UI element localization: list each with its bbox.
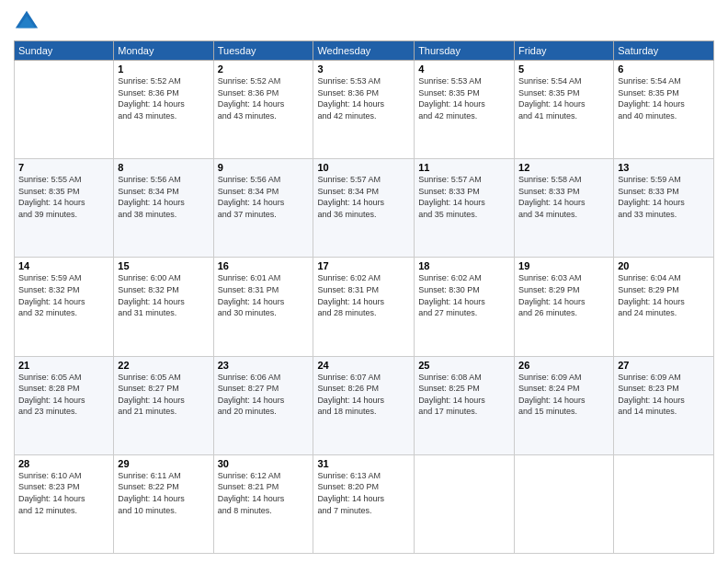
day-cell: 21Sunrise: 6:05 AM Sunset: 8:28 PM Dayli… bbox=[15, 356, 114, 454]
week-row-3: 21Sunrise: 6:05 AM Sunset: 8:28 PM Dayli… bbox=[15, 356, 714, 454]
day-cell: 10Sunrise: 5:57 AM Sunset: 8:34 PM Dayli… bbox=[313, 159, 415, 258]
day-number: 9 bbox=[218, 162, 310, 173]
day-number: 1 bbox=[118, 63, 209, 75]
day-info: Sunrise: 5:53 AM Sunset: 8:36 PM Dayligh… bbox=[317, 75, 410, 121]
day-cell: 6Sunrise: 5:54 AM Sunset: 8:35 PM Daylig… bbox=[614, 61, 714, 159]
day-info: Sunrise: 6:09 AM Sunset: 8:23 PM Dayligh… bbox=[618, 372, 710, 418]
day-number: 15 bbox=[118, 260, 209, 271]
day-cell: 15Sunrise: 6:00 AM Sunset: 8:32 PM Dayli… bbox=[114, 258, 213, 356]
day-number: 24 bbox=[317, 360, 410, 371]
week-row-2: 14Sunrise: 5:59 AM Sunset: 8:32 PM Dayli… bbox=[15, 258, 714, 356]
day-header-saturday: Saturday bbox=[614, 41, 714, 61]
day-number: 4 bbox=[418, 63, 510, 75]
day-cell: 28Sunrise: 6:10 AM Sunset: 8:23 PM Dayli… bbox=[15, 454, 114, 553]
week-row-0: 1Sunrise: 5:52 AM Sunset: 8:36 PM Daylig… bbox=[15, 61, 714, 159]
calendar-table: SundayMondayTuesdayWednesdayThursdayFrid… bbox=[14, 40, 714, 554]
day-cell: 25Sunrise: 6:08 AM Sunset: 8:25 PM Dayli… bbox=[415, 356, 515, 454]
day-cell: 19Sunrise: 6:03 AM Sunset: 8:29 PM Dayli… bbox=[515, 258, 614, 356]
day-number: 13 bbox=[618, 162, 710, 173]
day-number: 3 bbox=[317, 63, 410, 75]
day-number: 26 bbox=[518, 360, 609, 371]
day-cell: 14Sunrise: 5:59 AM Sunset: 8:32 PM Dayli… bbox=[15, 258, 114, 356]
day-number: 5 bbox=[518, 63, 609, 75]
day-cell: 20Sunrise: 6:04 AM Sunset: 8:29 PM Dayli… bbox=[614, 258, 714, 356]
day-cell: 30Sunrise: 6:12 AM Sunset: 8:21 PM Dayli… bbox=[213, 454, 313, 553]
day-info: Sunrise: 5:52 AM Sunset: 8:36 PM Dayligh… bbox=[218, 75, 310, 121]
week-row-4: 28Sunrise: 6:10 AM Sunset: 8:23 PM Dayli… bbox=[15, 454, 714, 553]
day-cell: 23Sunrise: 6:06 AM Sunset: 8:27 PM Dayli… bbox=[213, 356, 313, 454]
day-info: Sunrise: 6:06 AM Sunset: 8:27 PM Dayligh… bbox=[218, 372, 310, 418]
day-number: 22 bbox=[118, 360, 209, 371]
day-number: 31 bbox=[317, 458, 410, 469]
day-cell: 8Sunrise: 5:56 AM Sunset: 8:34 PM Daylig… bbox=[114, 159, 213, 258]
day-cell: 2Sunrise: 5:52 AM Sunset: 8:36 PM Daylig… bbox=[213, 61, 313, 159]
day-info: Sunrise: 5:56 AM Sunset: 8:34 PM Dayligh… bbox=[118, 174, 209, 220]
day-cell: 13Sunrise: 5:59 AM Sunset: 8:33 PM Dayli… bbox=[614, 159, 714, 258]
day-header-monday: Monday bbox=[114, 41, 213, 61]
day-cell bbox=[15, 61, 114, 159]
day-number: 14 bbox=[18, 260, 109, 271]
day-number: 20 bbox=[618, 260, 710, 271]
day-number: 19 bbox=[518, 260, 609, 271]
day-number: 7 bbox=[18, 162, 109, 173]
day-info: Sunrise: 6:01 AM Sunset: 8:31 PM Dayligh… bbox=[218, 272, 310, 318]
day-number: 16 bbox=[218, 260, 310, 271]
day-number: 29 bbox=[118, 458, 209, 469]
day-cell: 31Sunrise: 6:13 AM Sunset: 8:20 PM Dayli… bbox=[313, 454, 415, 553]
day-info: Sunrise: 6:09 AM Sunset: 8:24 PM Dayligh… bbox=[518, 372, 609, 418]
logo-icon bbox=[14, 9, 40, 35]
day-cell: 12Sunrise: 5:58 AM Sunset: 8:33 PM Dayli… bbox=[515, 159, 614, 258]
day-info: Sunrise: 6:00 AM Sunset: 8:32 PM Dayligh… bbox=[118, 272, 209, 318]
day-number: 10 bbox=[317, 162, 410, 173]
logo bbox=[14, 9, 43, 35]
day-cell: 11Sunrise: 5:57 AM Sunset: 8:33 PM Dayli… bbox=[415, 159, 515, 258]
day-info: Sunrise: 6:04 AM Sunset: 8:29 PM Dayligh… bbox=[618, 272, 710, 318]
day-cell: 5Sunrise: 5:54 AM Sunset: 8:35 PM Daylig… bbox=[515, 61, 614, 159]
day-info: Sunrise: 5:54 AM Sunset: 8:35 PM Dayligh… bbox=[618, 75, 710, 121]
day-number: 6 bbox=[618, 63, 710, 75]
day-cell: 27Sunrise: 6:09 AM Sunset: 8:23 PM Dayli… bbox=[614, 356, 714, 454]
day-cell bbox=[415, 454, 515, 553]
day-number: 23 bbox=[218, 360, 310, 371]
week-row-1: 7Sunrise: 5:55 AM Sunset: 8:35 PM Daylig… bbox=[15, 159, 714, 258]
day-info: Sunrise: 6:05 AM Sunset: 8:28 PM Dayligh… bbox=[18, 372, 109, 418]
day-cell bbox=[614, 454, 714, 553]
day-header-wednesday: Wednesday bbox=[313, 41, 415, 61]
day-info: Sunrise: 6:03 AM Sunset: 8:29 PM Dayligh… bbox=[518, 272, 609, 318]
day-cell: 1Sunrise: 5:52 AM Sunset: 8:36 PM Daylig… bbox=[114, 61, 213, 159]
day-number: 12 bbox=[518, 162, 609, 173]
page: SundayMondayTuesdayWednesdayThursdayFrid… bbox=[0, 0, 728, 563]
day-number: 17 bbox=[317, 260, 410, 271]
day-cell bbox=[515, 454, 614, 553]
day-info: Sunrise: 6:12 AM Sunset: 8:21 PM Dayligh… bbox=[218, 470, 310, 516]
day-info: Sunrise: 6:13 AM Sunset: 8:20 PM Dayligh… bbox=[317, 470, 410, 516]
day-cell: 29Sunrise: 6:11 AM Sunset: 8:22 PM Dayli… bbox=[114, 454, 213, 553]
day-info: Sunrise: 6:11 AM Sunset: 8:22 PM Dayligh… bbox=[118, 470, 209, 516]
day-number: 21 bbox=[18, 360, 109, 371]
day-number: 18 bbox=[418, 260, 510, 271]
day-cell: 17Sunrise: 6:02 AM Sunset: 8:31 PM Dayli… bbox=[313, 258, 415, 356]
day-cell: 18Sunrise: 6:02 AM Sunset: 8:30 PM Dayli… bbox=[415, 258, 515, 356]
day-info: Sunrise: 5:54 AM Sunset: 8:35 PM Dayligh… bbox=[518, 75, 609, 121]
day-info: Sunrise: 5:57 AM Sunset: 8:34 PM Dayligh… bbox=[317, 174, 410, 220]
day-info: Sunrise: 5:59 AM Sunset: 8:32 PM Dayligh… bbox=[18, 272, 109, 318]
day-info: Sunrise: 5:59 AM Sunset: 8:33 PM Dayligh… bbox=[618, 174, 710, 220]
day-info: Sunrise: 5:53 AM Sunset: 8:35 PM Dayligh… bbox=[418, 75, 510, 121]
day-number: 2 bbox=[218, 63, 310, 75]
day-header-sunday: Sunday bbox=[15, 41, 114, 61]
day-cell: 16Sunrise: 6:01 AM Sunset: 8:31 PM Dayli… bbox=[213, 258, 313, 356]
day-info: Sunrise: 5:55 AM Sunset: 8:35 PM Dayligh… bbox=[18, 174, 109, 220]
day-info: Sunrise: 6:05 AM Sunset: 8:27 PM Dayligh… bbox=[118, 372, 209, 418]
day-info: Sunrise: 5:58 AM Sunset: 8:33 PM Dayligh… bbox=[518, 174, 609, 220]
day-info: Sunrise: 6:02 AM Sunset: 8:31 PM Dayligh… bbox=[317, 272, 410, 318]
day-info: Sunrise: 6:02 AM Sunset: 8:30 PM Dayligh… bbox=[418, 272, 510, 318]
day-info: Sunrise: 6:10 AM Sunset: 8:23 PM Dayligh… bbox=[18, 470, 109, 516]
day-info: Sunrise: 6:08 AM Sunset: 8:25 PM Dayligh… bbox=[418, 372, 510, 418]
day-header-thursday: Thursday bbox=[415, 41, 515, 61]
day-info: Sunrise: 6:07 AM Sunset: 8:26 PM Dayligh… bbox=[317, 372, 410, 418]
day-info: Sunrise: 5:57 AM Sunset: 8:33 PM Dayligh… bbox=[418, 174, 510, 220]
day-cell: 9Sunrise: 5:56 AM Sunset: 8:34 PM Daylig… bbox=[213, 159, 313, 258]
day-cell: 3Sunrise: 5:53 AM Sunset: 8:36 PM Daylig… bbox=[313, 61, 415, 159]
day-cell: 7Sunrise: 5:55 AM Sunset: 8:35 PM Daylig… bbox=[15, 159, 114, 258]
day-number: 11 bbox=[418, 162, 510, 173]
